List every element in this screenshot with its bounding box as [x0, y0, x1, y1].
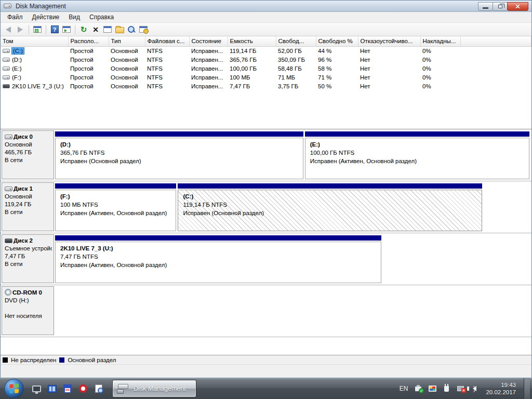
volume-name: (D:): [12, 57, 22, 63]
titlebar: Disk Management ✕: [1, 1, 531, 12]
table-row[interactable]: (C:) Простой Основной NTFS Исправен... 1…: [1, 46, 531, 55]
language-indicator[interactable]: EN: [400, 385, 408, 392]
col-status[interactable]: Состояние: [189, 36, 228, 46]
network-error-icon[interactable]: ✕: [456, 384, 465, 393]
volume-icon[interactable]: [470, 384, 479, 393]
volume-icon: [3, 75, 10, 79]
disk-1-label[interactable]: Диск 1 Основной 119,24 ГБ В сети: [2, 182, 54, 231]
close-icon: ✕: [515, 4, 520, 10]
col-free-pct[interactable]: Свободно %: [316, 36, 358, 46]
usb-safely-remove-icon[interactable]: ✓: [414, 384, 423, 393]
partition-color-band: [55, 183, 176, 189]
floppy-save-icon[interactable]: [62, 383, 73, 394]
legend-bar: Не распределен Основной раздел: [1, 355, 531, 364]
removable-disk-icon: [5, 238, 12, 243]
volume-list-pane: Том Располо... Тип Файловая с... Состоян…: [1, 36, 531, 129]
delete-icon[interactable]: ✕: [90, 24, 101, 35]
close-button[interactable]: ✕: [507, 2, 528, 11]
taskbar-app-button[interactable]: Disk Management: [112, 380, 196, 397]
computer-icon[interactable]: [31, 383, 42, 394]
taskbar: Disk Management EN ✓ ✕ 19:43 20.02.2017: [0, 378, 532, 399]
minimize-icon: [483, 7, 488, 9]
restore-button[interactable]: [493, 2, 508, 11]
back-icon[interactable]: [3, 24, 14, 35]
menubar: Файл Действие Вид Справка: [1, 12, 531, 23]
cdrom-icon: [5, 289, 11, 296]
disk-2-label[interactable]: Диск 2 Съемное устройство 7,47 ГБ В сети: [2, 234, 54, 283]
opera-icon[interactable]: [78, 383, 88, 394]
volume-name-selected: (C:): [12, 48, 24, 54]
menu-help[interactable]: Справка: [85, 12, 118, 22]
help-icon[interactable]: ?: [49, 24, 60, 35]
window-bottom-strip: [1, 364, 531, 378]
graphical-view-pane: Диск 0 Основной 465,76 ГБ В сети (D:) 36…: [1, 129, 531, 355]
manage-console-icon[interactable]: [138, 24, 149, 35]
col-capacity[interactable]: Емкость: [228, 36, 276, 46]
system-tray: EN ✓ ✕ 19:43 20.02.2017: [400, 378, 532, 399]
minimize-button[interactable]: [478, 2, 493, 11]
clock[interactable]: 19:43 20.02.2017: [486, 381, 516, 396]
find-icon[interactable]: [126, 24, 137, 35]
col-overhead[interactable]: Накладны...: [420, 36, 460, 46]
tray-date: 20.02.2017: [486, 389, 516, 396]
table-header-row: Том Располо... Тип Файловая с... Состоян…: [1, 36, 531, 46]
disk-management-window: Disk Management ✕ Файл Действие Вид Спра…: [0, 0, 532, 378]
col-layout[interactable]: Располо...: [68, 36, 109, 46]
volume-icon: [3, 58, 10, 62]
toolbar: ? ↻ ✕: [1, 23, 531, 36]
tray-time: 19:43: [486, 381, 516, 389]
volume-table: Том Располо... Тип Файловая с... Состоян…: [1, 36, 531, 90]
table-row[interactable]: 2K10 LIVE 7_3 (U:) Простой Основной NTFS…: [1, 82, 531, 90]
display-settings-icon[interactable]: [428, 384, 437, 393]
partition-e[interactable]: (E:) 100,00 ГБ NTFS Исправен (Активен, О…: [305, 131, 529, 179]
primary-partition-label: Основной раздел: [68, 357, 116, 363]
refresh-icon[interactable]: ↻: [78, 24, 89, 35]
windows-logo-icon: [9, 383, 19, 393]
disk-row-2: Диск 2 Съемное устройство 7,47 ГБ В сети…: [1, 233, 531, 285]
open-folder-icon[interactable]: [114, 24, 125, 35]
quick-launch: [31, 383, 104, 394]
search-tool-icon[interactable]: [94, 383, 104, 394]
table-row[interactable]: (E:) Простой Основной NTFS Исправен... 1…: [1, 64, 531, 73]
console-tree-icon[interactable]: [32, 24, 43, 35]
partition-color-band: [178, 183, 482, 189]
disk-row-1: Диск 1 Основной 119,24 ГБ В сети (F:) 10…: [1, 181, 531, 233]
start-button[interactable]: [4, 379, 24, 398]
menu-file[interactable]: Файл: [3, 12, 28, 22]
volume-name: (F:): [12, 74, 21, 81]
partition-f[interactable]: (F:) 100 МБ NTFS Исправен (Активен, Осно…: [55, 183, 176, 231]
menu-action[interactable]: Действие: [28, 12, 64, 22]
partition-color-band: [55, 235, 381, 241]
volume-name: 2K10 LIVE 7_3 (U:): [12, 83, 64, 89]
disk-management-icon: [117, 383, 129, 394]
taskbar-app-label: Disk Management: [134, 385, 186, 392]
disk-row-cdrom: CD-ROM 0 DVD (H:) Нет носителя: [1, 285, 531, 337]
partition-c-selected[interactable]: (C:) 119,14 ГБ NTFS Исправен (Основной р…: [178, 183, 482, 231]
col-fault-tolerance[interactable]: Отказоустойчиво...: [358, 36, 420, 46]
volume-icon: [3, 49, 10, 53]
forward-icon[interactable]: [15, 24, 25, 35]
partition-u[interactable]: 2K10 LIVE 7_3 (U:) 7,47 ГБ NTFS Исправен…: [55, 235, 381, 283]
cdrom-label[interactable]: CD-ROM 0 DVD (H:) Нет носителя: [2, 286, 54, 335]
col-file-system[interactable]: Файловая с...: [145, 36, 189, 46]
power-plug-icon[interactable]: [442, 384, 451, 393]
disk-icon: [5, 135, 12, 139]
disk-0-label[interactable]: Диск 0 Основной 465,76 ГБ В сети: [2, 130, 54, 179]
table-row[interactable]: (D:) Простой Основной NTFS Исправен... 3…: [1, 55, 531, 64]
disk-row-0: Диск 0 Основной 465,76 ГБ В сети (D:) 36…: [1, 129, 531, 181]
volume-icon: [3, 84, 10, 88]
properties-icon[interactable]: [102, 24, 113, 35]
col-volume[interactable]: Том: [1, 36, 68, 46]
partition-color-band: [305, 131, 529, 137]
volume-icon: [3, 66, 10, 71]
col-type[interactable]: Тип: [109, 36, 145, 46]
unallocated-swatch: [3, 357, 8, 363]
console-window-icon[interactable]: [61, 24, 72, 35]
col-free[interactable]: Свобод...: [276, 36, 316, 46]
partition-d[interactable]: (D:) 365,76 ГБ NTFS Исправен (Основной р…: [55, 131, 303, 179]
menu-view[interactable]: Вид: [64, 12, 85, 22]
show-desktop-button[interactable]: [524, 378, 530, 399]
table-row[interactable]: (F:) Простой Основной NTFS Исправен... 1…: [1, 73, 531, 82]
file-manager-icon[interactable]: [47, 383, 57, 394]
primary-partition-swatch: [59, 357, 64, 363]
